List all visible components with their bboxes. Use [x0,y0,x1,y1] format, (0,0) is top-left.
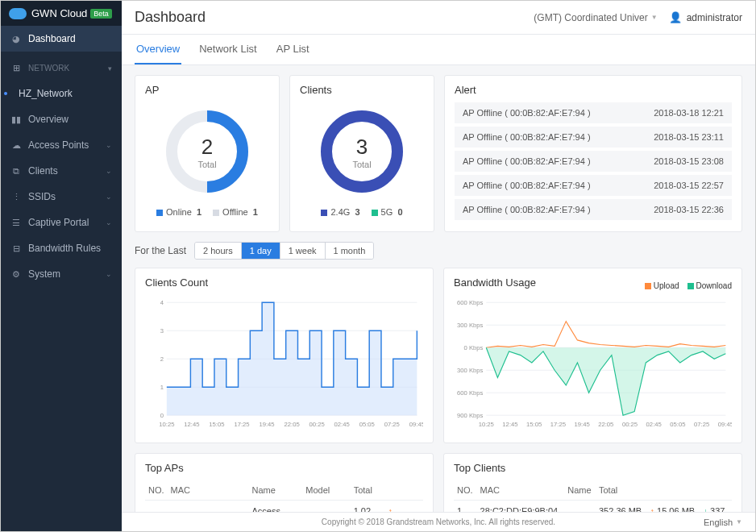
alert-row[interactable]: AP Offline ( 00:0B:82:AF:E7:94 )2018-03-… [455,151,732,172]
svg-text:09:45: 09:45 [718,421,732,428]
table-header [700,480,732,501]
range-btn-1-week[interactable]: 1 week [280,243,326,259]
chevron-down-icon: ⌄ [106,218,112,227]
table-row[interactable]: 128:C2:DD:E9:9B:04—352.36 MB↑ 15.06 MB↓ … [454,501,732,513]
clients-count-chart: 01234 10:2512:4515:0517:2519:4522:0500:2… [145,295,423,432]
sidebar-item-access-points[interactable]: ☁ Access Points ⌄ [1,132,122,158]
sidebar-item-system[interactable]: ⚙ System ⌄ [1,261,122,287]
sidebar-dashboard[interactable]: ◕ Dashboard [1,26,122,52]
svg-text:12:45: 12:45 [502,421,517,428]
svg-text:02:45: 02:45 [646,421,662,428]
legend-5g: 5G 0 [372,207,403,217]
table-header: Name [249,480,303,501]
tabs: Overview Network List AP List [122,35,755,65]
svg-text:600 Kbps: 600 Kbps [457,389,484,397]
brand: GWN Cloud Beta [1,1,122,26]
svg-text:300 Kbps: 300 Kbps [457,322,484,329]
footer: Copyright © 2018 Grandstream Networks, I… [122,512,755,531]
range-btn-2-hours[interactable]: 2 hours [195,243,242,259]
sidebar-item-captive-portal[interactable]: ☰ Captive Portal ⌄ [1,210,122,235]
language-selector[interactable]: English ▼ [704,517,742,527]
ap-donut: 2 Total [163,107,251,196]
svg-text:22:05: 22:05 [284,421,299,428]
alert-card: Alert AP Offline ( 00:0B:82:AF:E7:94 )20… [444,75,742,232]
ap-total-label: Total [197,160,216,169]
legend-download: Download [687,281,732,290]
sidebar-item-ssids[interactable]: ⋮ SSIDs ⌄ [1,184,122,210]
svg-text:10:25: 10:25 [159,421,174,428]
bars-icon: ▮▮ [10,114,22,125]
table-header: Name [564,480,596,501]
svg-text:07:25: 07:25 [384,421,400,428]
sidebar-hz-network[interactable]: HZ_Network [1,81,122,106]
sidebar-label: Captive Portal [28,217,89,228]
copyright: Copyright © 2018 Grandstream Networks, I… [322,517,555,526]
tab-network-list[interactable]: Network List [197,35,259,64]
table-header: Model [302,480,350,501]
alert-time: 2018-03-15 23:11 [654,132,724,142]
gear-icon: ⚙ [10,269,22,280]
tab-overview[interactable]: Overview [135,35,181,64]
alert-row[interactable]: AP Offline ( 00:0B:82:AF:E7:94 )2018-03-… [455,102,732,123]
svg-text:15:05: 15:05 [526,421,542,428]
table-header: MAC [477,480,565,501]
alert-time: 2018-03-18 12:21 [654,108,724,118]
svg-text:0 Kbps: 0 Kbps [464,344,484,351]
alert-time: 2018-03-15 22:57 [654,181,724,190]
user-icon: 👤 [669,11,682,23]
clients-donut: 3 Total [318,107,406,196]
svg-text:12:45: 12:45 [184,421,199,428]
legend-offline: Offline 1 [213,207,258,217]
alert-text: AP Offline ( 00:0B:82:AF:E7:94 ) [463,108,591,118]
sidebar-item-bandwidth-rules[interactable]: ⊟ Bandwidth Rules [1,235,122,261]
sidebar: GWN Cloud Beta ◕ Dashboard ⊞ NETWORK ▾ H… [1,1,122,531]
wifi-icon: ⋮ [10,192,22,202]
sidebar-item-overview[interactable]: ▮▮ Overview [1,106,122,132]
alert-text: AP Offline ( 00:0B:82:AF:E7:94 ) [463,181,591,190]
alert-row[interactable]: AP Offline ( 00:0B:82:AF:E7:94 )2018-03-… [455,127,732,148]
svg-text:4: 4 [160,299,164,306]
ap-card-title: AP [145,84,269,96]
svg-text:00:25: 00:25 [309,421,325,428]
svg-text:10:25: 10:25 [479,421,494,428]
alert-time: 2018-03-15 23:08 [654,156,724,166]
network-group-icon: ⊞ [10,63,22,73]
table-header: NO. [145,480,168,501]
svg-text:600 Kbps: 600 Kbps [457,299,484,306]
sidebar-group-network[interactable]: ⊞ NETWORK ▾ [1,52,122,81]
user-name: administrator [687,12,742,23]
bandwidth-chart: 600 Kbps300 Kbps0 Kbps300 Kbps600 Kbps90… [454,295,732,432]
chevron-down-icon: ⌄ [106,193,112,201]
tab-ap-list[interactable]: AP List [275,35,311,64]
range-btn-1-day[interactable]: 1 day [242,243,280,259]
sidebar-label: System [28,268,60,280]
portal-icon: ☰ [10,218,22,228]
timezone-label: (GMT) Coordinated Univer [534,12,647,23]
svg-text:05:05: 05:05 [670,421,685,428]
table-row[interactable]: 100:0B:82:AF:E7:94Access Poin...GWN76001… [145,501,423,513]
alert-row[interactable]: AP Offline ( 00:0B:82:AF:E7:94 )2018-03-… [455,175,732,196]
sidebar-label: NETWORK [28,64,69,73]
bandwidth-icon: ⊟ [10,243,22,254]
chevron-down-icon: ▼ [651,14,658,21]
brand-logo-icon [9,8,27,19]
top-aps-title: Top APs [145,462,423,474]
svg-text:17:25: 17:25 [550,421,566,428]
timezone-selector[interactable]: (GMT) Coordinated Univer ▼ [534,12,657,23]
brand-name: GWN Cloud [31,7,87,19]
svg-text:09:45: 09:45 [409,421,423,428]
range-btn-1-month[interactable]: 1 month [326,243,374,259]
user-menu[interactable]: 👤 administrator [669,11,742,23]
top-clients-table: NO.MACNameTotal 128:C2:DD:E9:9B:04—352.3… [454,480,732,512]
sidebar-item-clients[interactable]: ⧉ Clients ⌄ [1,158,122,184]
alert-row[interactable]: AP Offline ( 00:0B:82:AF:E7:94 )2018-03-… [455,199,732,220]
svg-text:900 Kbps: 900 Kbps [457,412,484,419]
svg-text:05:05: 05:05 [359,421,375,428]
alert-text: AP Offline ( 00:0B:82:AF:E7:94 ) [463,156,591,166]
clients-count-chart-card: Clients Count 01234 10:2512:4515:0517:25… [135,268,434,443]
alert-card-title: Alert [455,84,732,96]
svg-text:300 Kbps: 300 Kbps [457,367,484,374]
svg-text:19:45: 19:45 [259,421,274,428]
sidebar-label: SSIDs [28,191,56,202]
range-label: For the Last [135,245,186,256]
